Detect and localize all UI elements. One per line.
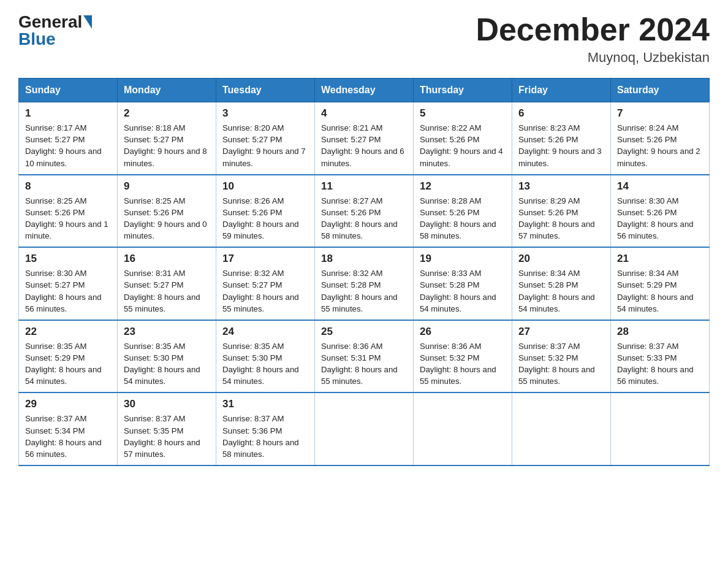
day-info: Sunrise: 8:35 AMSunset: 5:30 PMDaylight:…	[222, 340, 308, 388]
calendar-cell: 30Sunrise: 8:37 AMSunset: 5:35 PMDayligh…	[118, 393, 216, 465]
day-info: Sunrise: 8:24 AMSunset: 5:26 PMDaylight:…	[617, 122, 703, 169]
logo-blue-text: Blue	[18, 29, 56, 49]
calendar-cell: 20Sunrise: 8:34 AMSunset: 5:28 PMDayligh…	[512, 247, 611, 320]
logo: General Blue	[18, 12, 92, 49]
day-number: 11	[321, 180, 407, 193]
day-number: 30	[124, 398, 210, 410]
logo-triangle-icon	[83, 15, 92, 29]
calendar-cell: 18Sunrise: 8:32 AMSunset: 5:28 PMDayligh…	[315, 247, 414, 320]
day-number: 1	[25, 107, 111, 120]
day-info: Sunrise: 8:17 AMSunset: 5:27 PMDaylight:…	[25, 122, 111, 169]
calendar-cell: 19Sunrise: 8:33 AMSunset: 5:28 PMDayligh…	[414, 247, 512, 320]
day-number: 2	[124, 107, 210, 120]
day-info: Sunrise: 8:21 AMSunset: 5:27 PMDaylight:…	[321, 122, 407, 169]
day-info: Sunrise: 8:34 AMSunset: 5:29 PMDaylight:…	[617, 267, 703, 315]
weekday-header-row: SundayMondayTuesdayWednesdayThursdayFrid…	[19, 79, 710, 102]
day-number: 23	[124, 326, 210, 338]
calendar-cell: 2Sunrise: 8:18 AMSunset: 5:27 PMDaylight…	[118, 102, 216, 175]
day-number: 24	[222, 326, 308, 338]
day-info: Sunrise: 8:30 AMSunset: 5:27 PMDaylight:…	[25, 267, 111, 315]
day-number: 9	[124, 180, 210, 193]
day-number: 13	[518, 180, 604, 193]
weekday-header-friday: Friday	[512, 79, 611, 102]
page-header: General Blue December 2024 Muynoq, Uzbek…	[18, 12, 710, 66]
weekday-header-thursday: Thursday	[414, 79, 512, 102]
weekday-header-monday: Monday	[118, 79, 216, 102]
day-number: 29	[25, 398, 111, 410]
calendar-week-row: 15Sunrise: 8:30 AMSunset: 5:27 PMDayligh…	[19, 247, 710, 320]
calendar-cell	[414, 393, 512, 465]
day-info: Sunrise: 8:18 AMSunset: 5:27 PMDaylight:…	[124, 122, 210, 169]
day-info: Sunrise: 8:23 AMSunset: 5:26 PMDaylight:…	[518, 122, 604, 169]
weekday-header-wednesday: Wednesday	[315, 79, 414, 102]
calendar-cell: 22Sunrise: 8:35 AMSunset: 5:29 PMDayligh…	[19, 320, 118, 393]
day-number: 7	[617, 107, 703, 120]
day-info: Sunrise: 8:22 AMSunset: 5:26 PMDaylight:…	[420, 122, 506, 169]
day-number: 4	[321, 107, 407, 120]
calendar-cell: 25Sunrise: 8:36 AMSunset: 5:31 PMDayligh…	[315, 320, 414, 393]
day-number: 6	[518, 107, 604, 120]
calendar-cell: 7Sunrise: 8:24 AMSunset: 5:26 PMDaylight…	[611, 102, 710, 175]
calendar-cell	[315, 393, 414, 465]
day-number: 31	[222, 398, 308, 410]
calendar-cell: 16Sunrise: 8:31 AMSunset: 5:27 PMDayligh…	[118, 247, 216, 320]
day-info: Sunrise: 8:36 AMSunset: 5:31 PMDaylight:…	[321, 340, 407, 388]
calendar-week-row: 8Sunrise: 8:25 AMSunset: 5:26 PMDaylight…	[19, 175, 710, 248]
day-number: 17	[222, 253, 308, 265]
day-info: Sunrise: 8:32 AMSunset: 5:27 PMDaylight:…	[222, 267, 308, 315]
day-number: 12	[420, 180, 506, 193]
calendar-cell: 13Sunrise: 8:29 AMSunset: 5:26 PMDayligh…	[512, 175, 611, 248]
calendar-cell: 11Sunrise: 8:27 AMSunset: 5:26 PMDayligh…	[315, 175, 414, 248]
calendar-cell: 29Sunrise: 8:37 AMSunset: 5:34 PMDayligh…	[19, 393, 118, 465]
day-info: Sunrise: 8:35 AMSunset: 5:29 PMDaylight:…	[25, 340, 111, 388]
day-number: 22	[25, 326, 111, 338]
calendar-cell	[512, 393, 611, 465]
weekday-header-sunday: Sunday	[19, 79, 118, 102]
day-number: 25	[321, 326, 407, 338]
day-number: 14	[617, 180, 703, 193]
month-title: December 2024	[476, 12, 710, 47]
day-number: 26	[420, 326, 506, 338]
calendar-cell: 17Sunrise: 8:32 AMSunset: 5:27 PMDayligh…	[216, 247, 315, 320]
day-number: 8	[25, 180, 111, 193]
calendar-cell: 15Sunrise: 8:30 AMSunset: 5:27 PMDayligh…	[19, 247, 118, 320]
calendar-cell: 6Sunrise: 8:23 AMSunset: 5:26 PMDaylight…	[512, 102, 611, 175]
weekday-header-saturday: Saturday	[611, 79, 710, 102]
calendar-cell: 28Sunrise: 8:37 AMSunset: 5:33 PMDayligh…	[611, 320, 710, 393]
day-info: Sunrise: 8:25 AMSunset: 5:26 PMDaylight:…	[124, 195, 210, 242]
day-info: Sunrise: 8:20 AMSunset: 5:27 PMDaylight:…	[222, 122, 308, 169]
day-info: Sunrise: 8:37 AMSunset: 5:35 PMDaylight:…	[124, 413, 210, 460]
calendar-cell: 26Sunrise: 8:36 AMSunset: 5:32 PMDayligh…	[414, 320, 512, 393]
calendar-cell: 24Sunrise: 8:35 AMSunset: 5:30 PMDayligh…	[216, 320, 315, 393]
day-number: 10	[222, 180, 308, 193]
day-info: Sunrise: 8:32 AMSunset: 5:28 PMDaylight:…	[321, 267, 407, 315]
day-info: Sunrise: 8:26 AMSunset: 5:26 PMDaylight:…	[222, 195, 308, 242]
calendar-cell: 21Sunrise: 8:34 AMSunset: 5:29 PMDayligh…	[611, 247, 710, 320]
day-number: 16	[124, 253, 210, 265]
calendar-cell: 10Sunrise: 8:26 AMSunset: 5:26 PMDayligh…	[216, 175, 315, 248]
day-info: Sunrise: 8:28 AMSunset: 5:26 PMDaylight:…	[420, 195, 506, 242]
day-number: 27	[518, 326, 604, 338]
day-info: Sunrise: 8:37 AMSunset: 5:33 PMDaylight:…	[617, 340, 703, 388]
calendar-cell: 5Sunrise: 8:22 AMSunset: 5:26 PMDaylight…	[414, 102, 512, 175]
calendar-cell: 12Sunrise: 8:28 AMSunset: 5:26 PMDayligh…	[414, 175, 512, 248]
day-info: Sunrise: 8:37 AMSunset: 5:34 PMDaylight:…	[25, 413, 111, 460]
day-info: Sunrise: 8:29 AMSunset: 5:26 PMDaylight:…	[518, 195, 604, 242]
day-info: Sunrise: 8:35 AMSunset: 5:30 PMDaylight:…	[124, 340, 210, 388]
calendar-week-row: 1Sunrise: 8:17 AMSunset: 5:27 PMDaylight…	[19, 102, 710, 175]
calendar-cell: 23Sunrise: 8:35 AMSunset: 5:30 PMDayligh…	[118, 320, 216, 393]
calendar-week-row: 22Sunrise: 8:35 AMSunset: 5:29 PMDayligh…	[19, 320, 710, 393]
day-info: Sunrise: 8:25 AMSunset: 5:26 PMDaylight:…	[25, 195, 111, 242]
day-number: 19	[420, 253, 506, 265]
day-info: Sunrise: 8:37 AMSunset: 5:36 PMDaylight:…	[222, 413, 308, 460]
calendar-cell: 8Sunrise: 8:25 AMSunset: 5:26 PMDaylight…	[19, 175, 118, 248]
calendar-cell: 3Sunrise: 8:20 AMSunset: 5:27 PMDaylight…	[216, 102, 315, 175]
day-number: 15	[25, 253, 111, 265]
day-info: Sunrise: 8:33 AMSunset: 5:28 PMDaylight:…	[420, 267, 506, 315]
day-number: 28	[617, 326, 703, 338]
day-info: Sunrise: 8:31 AMSunset: 5:27 PMDaylight:…	[124, 267, 210, 315]
calendar-cell: 14Sunrise: 8:30 AMSunset: 5:26 PMDayligh…	[611, 175, 710, 248]
calendar-cell: 9Sunrise: 8:25 AMSunset: 5:26 PMDaylight…	[118, 175, 216, 248]
day-number: 21	[617, 253, 703, 265]
calendar-cell: 27Sunrise: 8:37 AMSunset: 5:32 PMDayligh…	[512, 320, 611, 393]
